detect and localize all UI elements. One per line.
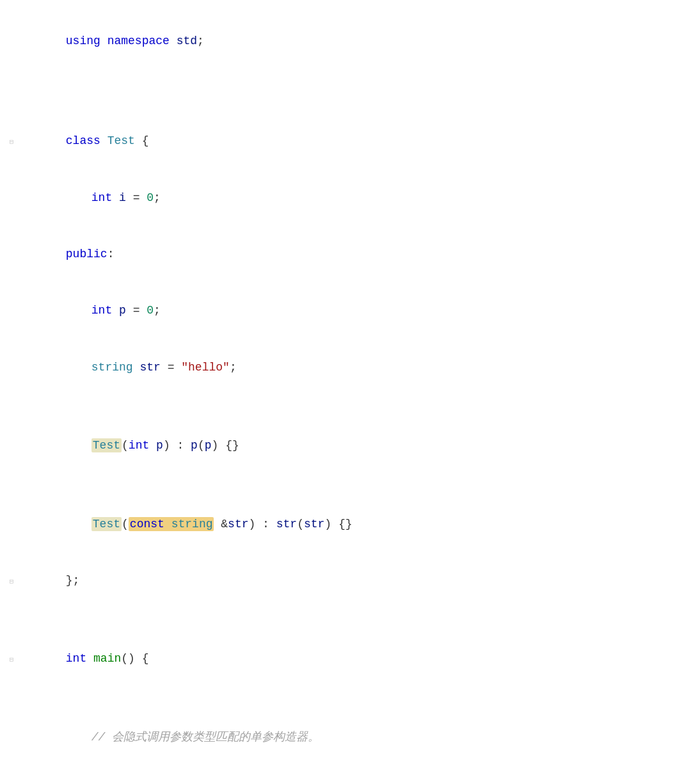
kw-int-p: int xyxy=(91,304,112,317)
num-0-p: 0 xyxy=(147,304,154,317)
code-ctor1: Test(int p) : p(p) {} xyxy=(18,418,700,473)
kw-public: public xyxy=(66,248,107,260)
code-int-p: int p = 0; xyxy=(18,283,700,339)
line-blank5 xyxy=(0,609,700,631)
id-p-param: p xyxy=(156,439,163,452)
comment-text: // 会隐式调用参数类型匹配的单参构造器。 xyxy=(91,731,319,744)
line-close-class: ⊟ }; xyxy=(0,552,700,609)
line-comment: // 会隐式调用参数类型匹配的单参构造器。 xyxy=(0,709,700,765)
code-using: using namespace std; xyxy=(18,13,700,68)
line-int-p: int p = 0; xyxy=(0,283,700,339)
kw-string: string xyxy=(91,361,133,374)
val-hello: "hello" xyxy=(181,361,230,374)
fold-col xyxy=(5,40,18,42)
id-str-arg: str xyxy=(304,518,324,531)
code-public: public: xyxy=(18,227,700,282)
id-i: i xyxy=(119,191,126,204)
line-using: using namespace std; xyxy=(0,13,700,69)
kw-string2: string xyxy=(171,518,213,531)
ctor-test2-name: Test xyxy=(93,518,120,531)
code-comment: // 会隐式调用参数类型匹配的单参构造器。 xyxy=(18,710,700,765)
kw-int-i: int xyxy=(91,191,112,204)
code-class-decl: class Test { xyxy=(18,113,700,168)
code-main-decl: int main() { xyxy=(18,632,700,687)
id-std: std xyxy=(177,35,197,47)
id-str-init: str xyxy=(276,518,297,531)
kw-namespace: namespace xyxy=(107,35,170,47)
code-editor: using namespace std; ⊟ class Test { int … xyxy=(0,0,700,766)
highlight-const-string: const string xyxy=(129,517,214,531)
id-p-init: p xyxy=(191,439,198,452)
kw-int-main: int xyxy=(66,652,86,665)
code-string-str: string str = "hello"; xyxy=(18,340,700,395)
line-blank6 xyxy=(0,687,700,709)
id-str: str xyxy=(139,361,160,374)
highlight-test2: Test xyxy=(91,517,122,531)
fold-close-class[interactable]: ⊟ xyxy=(5,574,18,588)
code-close-class: }; xyxy=(18,553,700,608)
id-p: p xyxy=(119,304,126,317)
line-class-decl: ⊟ class Test { xyxy=(0,113,700,169)
line-blank4 xyxy=(0,474,700,496)
line-blank2 xyxy=(0,91,700,113)
line-ctor2: Test(const string &str) : str(str) {} xyxy=(0,496,700,552)
id-main: main xyxy=(93,652,121,665)
code-int-i: int i = 0; xyxy=(18,170,700,225)
line-main-decl: ⊟ int main() { xyxy=(0,631,700,687)
num-0-i: 0 xyxy=(147,191,154,204)
kw-class: class xyxy=(66,134,100,147)
kw-int-param1: int xyxy=(129,439,149,452)
id-p-arg: p xyxy=(205,439,212,452)
line-string-str: string str = "hello"; xyxy=(0,339,700,395)
fold-class-icon[interactable]: ⊟ xyxy=(5,134,18,148)
kw-const: const xyxy=(130,518,164,531)
code-ctor2: Test(const string &str) : str(str) {} xyxy=(18,497,700,552)
line-public: public: xyxy=(0,226,700,282)
id-test-class: Test xyxy=(107,134,135,147)
ctor-test1-name: Test xyxy=(93,439,120,452)
fold-main-icon[interactable]: ⊟ xyxy=(5,652,18,666)
line-ctor1: Test(int p) : p(p) {} xyxy=(0,417,700,474)
line-int-i: int i = 0; xyxy=(0,170,700,226)
line-blank1 xyxy=(0,69,700,91)
line-blank3 xyxy=(0,395,700,417)
highlight-test1: Test xyxy=(91,438,122,452)
id-str-param: str xyxy=(228,518,248,531)
kw-using: using xyxy=(66,35,100,47)
